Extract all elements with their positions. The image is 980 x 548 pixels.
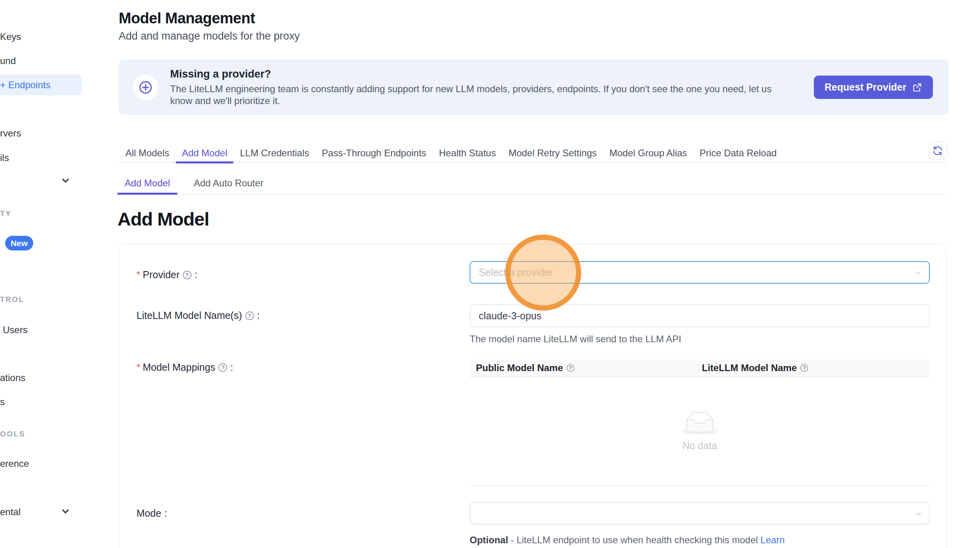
question-circle-icon[interactable]: ?: [567, 364, 574, 372]
mode-helper-text: - LiteLLM endpoint to use when health ch…: [508, 535, 760, 545]
tab-model-group-alias[interactable]: Model Group Alias: [603, 144, 693, 162]
provider-label-text: Provider: [143, 269, 180, 281]
subtab-add-model[interactable]: Add Model: [118, 173, 177, 195]
mode-label-text: Mode: [136, 508, 161, 519]
sidebar-item-models-endpoints[interactable]: + Endpoints: [0, 74, 82, 95]
chevron-down-icon[interactable]: [60, 506, 71, 517]
inbox-icon: [682, 411, 718, 435]
no-data-text: No data: [682, 440, 717, 451]
sidebar-section-access-control: TROL: [0, 295, 25, 304]
model-name-label-text: LiteLLM Model Name(s): [136, 310, 242, 321]
refresh-button[interactable]: [929, 142, 947, 159]
sidebar-item-experimental[interactable]: ental: [0, 506, 21, 518]
required-mark: *: [136, 362, 140, 373]
request-provider-label: Request Provider: [825, 82, 906, 93]
new-badge: New: [5, 236, 33, 250]
circle-plus-icon: [133, 75, 158, 100]
sidebar-item-organizations[interactable]: ations: [0, 372, 25, 383]
question-circle-icon[interactable]: ?: [183, 271, 191, 279]
label-colon: :: [165, 508, 167, 519]
sidebar-item-playground[interactable]: und: [0, 55, 16, 66]
question-circle-icon[interactable]: ?: [800, 364, 808, 372]
add-model-heading: Add Model: [118, 208, 209, 230]
sidebar-section-observability: TY: [0, 209, 11, 218]
provider-select[interactable]: Select a provider: [470, 261, 930, 284]
tab-llm-credentials[interactable]: LLM Credentials: [233, 144, 315, 162]
sidebar-item-virtual-keys[interactable]: Keys: [0, 31, 21, 42]
column-header-litellm-model-name: LiteLLM Model Name ?: [699, 362, 808, 374]
sidebar-item-mcp-servers[interactable]: rvers: [0, 128, 21, 139]
chevron-down-icon: [914, 509, 923, 518]
mode-helper: Optional - LiteLLM endpoint to use when …: [470, 533, 798, 548]
sidebar-item-internal-users[interactable]: Users: [3, 324, 28, 336]
provider-label: * Provider ? :: [136, 269, 197, 281]
sidebar-item-reference[interactable]: erence: [0, 458, 29, 469]
mode-helper-bold: Optional: [470, 535, 508, 545]
model-mappings-label: * Model Mappings ? :: [136, 362, 233, 373]
tab-add-model[interactable]: Add Model: [176, 144, 234, 162]
tab-pass-through-endpoints[interactable]: Pass-Through Endpoints: [315, 144, 432, 162]
model-mappings-label-text: Model Mappings: [143, 362, 215, 373]
question-circle-icon[interactable]: ?: [245, 311, 254, 320]
provider-placeholder: Select a provider: [470, 267, 553, 278]
missing-provider-banner: Missing a provider? The LiteLLM engineer…: [119, 59, 948, 115]
page-subtitle: Add and manage models for the proxy: [119, 30, 300, 42]
banner-text: Missing a provider? The LiteLLM engineer…: [170, 68, 789, 107]
column-header-public-model-name: Public Model Name ?: [470, 362, 699, 374]
subtab-add-auto-router[interactable]: Add Auto Router: [187, 173, 271, 195]
label-colon: :: [257, 310, 260, 321]
column-header-label: LiteLLM Model Name: [702, 362, 797, 374]
column-divider: [698, 364, 699, 373]
external-link-icon: [912, 82, 922, 93]
sidebar-item-guardrails[interactable]: ils: [0, 152, 9, 163]
mode-label: Mode :: [136, 508, 167, 519]
mappings-header-row: Public Model Name ? LiteLLM Model Name ?: [470, 360, 930, 377]
banner-body: The LiteLLM engineering team is constant…: [170, 83, 789, 107]
sidebar-item-label: + Endpoints: [0, 80, 50, 91]
model-name-input[interactable]: claude-3-opus: [470, 304, 930, 327]
tab-all-models[interactable]: All Models: [119, 144, 176, 162]
mappings-empty-state: No data: [470, 377, 930, 486]
model-mappings-table: Public Model Name ? LiteLLM Model Name ?…: [470, 360, 930, 486]
model-name-label: LiteLLM Model Name(s) ? :: [136, 310, 260, 321]
tab-health-status[interactable]: Health Status: [432, 144, 502, 162]
banner-title: Missing a provider?: [170, 68, 789, 80]
chevron-down-icon[interactable]: [60, 175, 71, 186]
label-colon: :: [230, 362, 233, 373]
tab-model-retry-settings[interactable]: Model Retry Settings: [502, 144, 603, 162]
tab-price-data-reload[interactable]: Price Data Reload: [693, 144, 783, 162]
mode-select[interactable]: [470, 502, 930, 525]
model-name-helper: The model name LiteLLM will send to the …: [470, 334, 681, 345]
model-management-page: Keys und + Endpoints rvers ils TY New TR…: [0, 0, 980, 548]
label-colon: :: [195, 269, 197, 281]
model-tabs: All Models Add Model LLM Credentials Pas…: [119, 144, 946, 163]
sidebar-section-tools: OOLS: [0, 430, 25, 438]
request-provider-button[interactable]: Request Provider: [814, 76, 933, 99]
column-header-label: Public Model Name: [476, 362, 563, 374]
sidebar-item-teams[interactable]: s: [0, 396, 5, 408]
add-model-subtabs: Add Model Add Auto Router: [118, 173, 271, 195]
page-title: Model Management: [119, 10, 255, 27]
chevron-down-icon: [914, 268, 923, 277]
refresh-icon: [932, 145, 943, 156]
required-mark: *: [136, 269, 140, 281]
question-circle-icon[interactable]: ?: [218, 363, 227, 372]
